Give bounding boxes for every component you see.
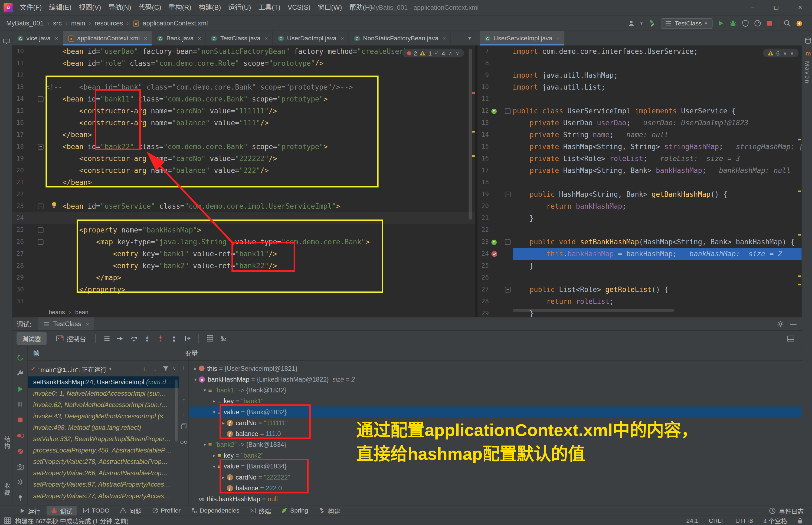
user-dropdown-icon[interactable]: ▾ [641, 21, 643, 26]
close-tab-icon[interactable]: × [55, 35, 58, 41]
frames-scrollbar[interactable] [175, 379, 178, 442]
edit-configuration-icon[interactable] [16, 369, 24, 377]
menu-item[interactable]: 文件(F) [16, 0, 45, 15]
close-icon[interactable]: × [788, 0, 812, 15]
toolwindow-button-problems[interactable]: 问题 [116, 506, 146, 515]
close-session-icon[interactable]: × [86, 321, 89, 327]
variable-row[interactable]: ▾pbankHashMap = {LinkedHashMap@1822} siz… [189, 374, 801, 385]
inspections-widget[interactable]: 6 ∧∨ [762, 48, 799, 58]
status-item[interactable]: 24:1 [687, 517, 698, 524]
stack-frame[interactable]: invoke:498, Method (java.lang.reflect) [28, 422, 179, 433]
fold-icon[interactable]: − [38, 96, 44, 102]
move-down-icon[interactable]: ↓ [180, 409, 187, 417]
editor-tab[interactable]: CTestClass.java× [206, 31, 273, 46]
step-out-icon[interactable] [167, 332, 181, 345]
fold-icon[interactable]: − [505, 108, 510, 114]
tree-chevron-icon[interactable]: ▾ [211, 409, 217, 414]
toolwindow-button-run[interactable]: 运行 [15, 506, 44, 515]
rerun-icon[interactable] [16, 354, 24, 362]
horizontal-scrollbar[interactable] [513, 309, 674, 312]
user-icon[interactable] [628, 20, 635, 27]
tree-chevron-icon[interactable]: ▸ [211, 398, 217, 404]
pause-icon[interactable] [16, 400, 24, 409]
menu-item[interactable]: 重构(R) [165, 0, 195, 15]
stack-frame[interactable]: setPropertyValues:77, AbstractPropertyAc… [28, 490, 179, 502]
toolwindow-button-terminal[interactable]: 终端 [245, 506, 275, 515]
close-tab-icon[interactable]: × [265, 35, 268, 41]
breadcrumb-item[interactable]: resources [94, 20, 123, 27]
thread-selector[interactable]: ✓ "main"@1...in": 正在运行 ▾ ↑ ↓ ∨ [28, 362, 179, 375]
fold-icon[interactable]: − [38, 144, 44, 150]
stack-frame[interactable]: invoke0:-1, NativeMethodAccessorImpl (su… [28, 388, 179, 399]
variable-row[interactable]: ▸fcardNo = "222222" [189, 472, 801, 482]
editor-breadcrumb-item[interactable]: bean [75, 309, 89, 315]
editor-tab[interactable]: xapplicationContext.xml× [63, 31, 152, 46]
frames-view-icon[interactable] [100, 332, 114, 345]
breadcrumb-file[interactable]: applicationContext.xml [142, 20, 208, 27]
hidden-tabs-chevron-icon[interactable]: ▼ [467, 31, 472, 46]
stop-button[interactable] [767, 20, 773, 27]
debug-view-tab[interactable]: 调试器 [16, 332, 46, 345]
minimize-icon[interactable]: – [740, 0, 764, 15]
search-icon[interactable] [784, 20, 791, 27]
xml-editor[interactable]: 10 <bean id="userDao" factory-bean="nonS… [13, 45, 475, 317]
project-toolwindow-icon[interactable] [2, 38, 11, 46]
debug-view-tab[interactable]: 控制台 [50, 332, 91, 345]
stack-frame[interactable]: setPropertyValue:278, AbstractNestablePr… [28, 456, 179, 468]
stack-frame[interactable]: processLocalProperty:458, AbstractNestab… [28, 445, 179, 456]
fold-icon[interactable]: − [505, 192, 510, 197]
fold-icon[interactable]: − [505, 287, 510, 292]
watches-icon[interactable] [180, 438, 187, 446]
stack-frame[interactable]: invoke:62, NativeMethodAccessorImpl (sun… [28, 399, 179, 410]
close-tab-icon[interactable]: × [442, 35, 446, 41]
stack-frame[interactable]: setPropertyValues:97, AbstractPropertyAc… [28, 479, 179, 490]
menu-item[interactable]: 构建(B) [195, 0, 225, 15]
close-tab-icon[interactable]: × [556, 35, 560, 41]
database-toolwindow-icon[interactable] [803, 36, 812, 45]
tree-chevron-icon[interactable]: ▸ [192, 366, 199, 371]
menu-item[interactable]: 编辑(E) [45, 0, 75, 15]
favorites-toolwindow-button[interactable]: 收藏 [3, 482, 11, 497]
fold-icon[interactable]: − [38, 204, 44, 209]
variable-row[interactable]: ▸fcardNo = "111111" [189, 417, 801, 428]
maven-toolwindow-button[interactable]: Maven [804, 61, 810, 84]
editor-tab[interactable]: CBank.java× [152, 31, 206, 46]
status-item[interactable]: CRLF [709, 517, 725, 524]
variable-row[interactable]: ▾≡"bank2" -> {Bank@1834} [189, 439, 801, 450]
toolwindow-button-debug[interactable]: 调试 [47, 506, 77, 515]
editor-splitter[interactable] [475, 45, 478, 317]
bean-icon[interactable] [491, 108, 497, 114]
status-item[interactable]: UTF-8 [735, 517, 753, 524]
toolwindow-switcher-icon[interactable] [4, 517, 11, 524]
status-item[interactable]: 4 个空格 [763, 516, 787, 525]
variable-row[interactable]: ▾≡value = {Bank@1832} [189, 406, 801, 417]
tree-chevron-icon[interactable]: ▾ [201, 388, 208, 393]
mute-breakpoints-icon[interactable] [16, 447, 24, 455]
fold-icon[interactable]: − [38, 239, 44, 245]
close-tab-icon[interactable]: × [198, 35, 201, 41]
variable-row[interactable]: ▸≡key = "bank2" [189, 450, 801, 461]
toolwindow-button-profiler[interactable]: Profiler [148, 506, 185, 515]
toolwindow-button-spring[interactable]: Spring [277, 506, 312, 515]
menu-item[interactable]: 导航(N) [105, 0, 135, 15]
build-icon[interactable] [648, 19, 656, 27]
variable-row[interactable]: ▸this = {UserServiceImpl@1821} [189, 363, 801, 374]
menu-item[interactable]: 代码(C) [135, 0, 165, 15]
coverage-icon[interactable] [742, 20, 749, 27]
menu-item[interactable]: VCS(S) [284, 0, 314, 15]
editor-tab[interactable]: CNonStaticFactoryBean.java× [349, 31, 451, 46]
step-over-icon[interactable] [127, 332, 140, 345]
run-config-select[interactable]: TestClass ▾ [661, 18, 712, 29]
tree-chevron-icon[interactable]: ▸ [220, 475, 227, 480]
stop-icon[interactable] [16, 416, 24, 424]
stack-frame[interactable]: setBankHashMap:24, UserServiceImpl (com.… [28, 376, 179, 388]
breadcrumb-item[interactable]: main [71, 20, 85, 27]
profiler-icon[interactable] [754, 20, 762, 27]
tree-chevron-icon[interactable]: ▾ [211, 464, 217, 469]
variable-row[interactable]: fbalance = 111.0 [189, 428, 801, 439]
filter-frames-icon[interactable] [162, 365, 170, 372]
step-into-icon[interactable] [140, 332, 154, 345]
variable-row[interactable]: ▾≡"bank1" -> {Bank@1832} [189, 385, 801, 396]
toolwindow-button-build[interactable]: 构建 [314, 506, 344, 515]
duplicate-watch-icon[interactable] [180, 422, 187, 430]
